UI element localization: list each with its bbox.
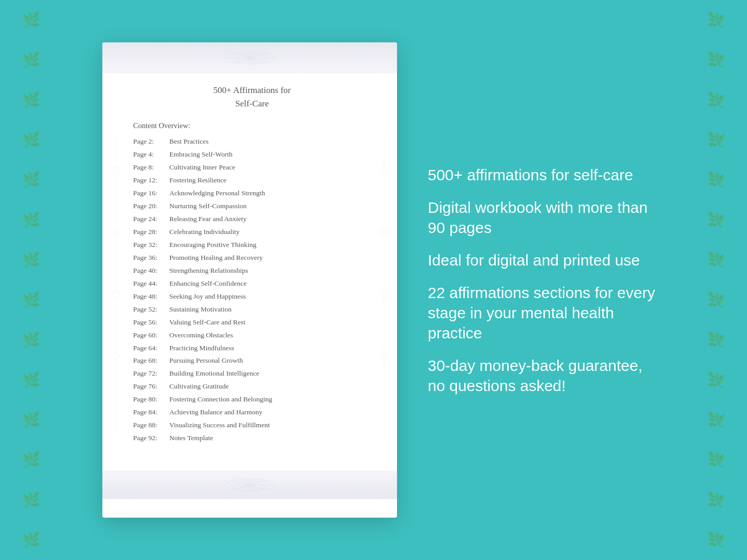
toc-page-number: Page 20:: [133, 200, 170, 213]
toc-item: Page 88:Visualizing Success and Fulfillm…: [133, 419, 371, 432]
toc-page-number: Page 4:: [133, 148, 170, 161]
feature-text-5: 30-day money-back guarantee, no question…: [428, 355, 655, 396]
toc-title: Cultivating Inner Peace: [170, 163, 235, 171]
toc-page-number: Page 84:: [133, 406, 170, 419]
toc-title: Encouraging Positive Thinking: [170, 241, 257, 248]
toc-title: Achieving Balance and Harmony: [170, 408, 263, 416]
toc-item: Page 36:Promoting Healing and Recovery: [133, 252, 371, 265]
toc-page-number: Page 40:: [133, 265, 170, 277]
toc-item: Page 12:Fostering Resilience: [133, 174, 371, 187]
toc-page-number: Page 32:: [133, 239, 170, 252]
toc-item: Page 4:Embracing Self-Worth: [133, 148, 371, 161]
feature-text-1: 500+ affirmations for self-care: [428, 165, 655, 185]
toc-item: Page 48:Seeking Joy and Happiness: [133, 290, 371, 303]
toc-item: Page 52:Sustaining Motivation: [133, 303, 371, 316]
toc-item: Page 20:Nurturing Self-Compassion: [133, 200, 371, 213]
toc-title: Best Practices: [170, 137, 209, 145]
toc-item: Page 32:Encouraging Positive Thinking: [133, 239, 371, 252]
document-inner: 500+ Affirmations for Self-Care Content …: [102, 73, 397, 465]
toc-page-number: Page 76:: [133, 380, 170, 393]
toc-title: Acknowledging Personal Strength: [170, 189, 265, 197]
toc-title: Embracing Self-Worth: [170, 150, 233, 158]
toc-page-number: Page 28:: [133, 226, 170, 239]
table-of-contents: Page 2:Best PracticesPage 4:Embracing Se…: [133, 135, 371, 445]
toc-title: Seeking Joy and Happiness: [170, 292, 246, 300]
toc-page-number: Page 48:: [133, 290, 170, 303]
toc-page-number: Page 88:: [133, 419, 170, 432]
toc-page-number: Page 16:: [133, 187, 170, 200]
document-top-decoration: [102, 42, 397, 73]
toc-item: Page 92:Notes Template: [133, 432, 371, 445]
toc-item: Page 68:Pursuing Personal Growth: [133, 354, 371, 367]
toc-page-number: Page 44:: [133, 277, 170, 290]
toc-title: Enhancing Self-Confidence: [170, 279, 247, 287]
toc-item: Page 16:Acknowledging Personal Strength: [133, 187, 371, 200]
main-content: 500+ Affirmations for Self-Care Content …: [0, 0, 747, 560]
document-title: 500+ Affirmations for Self-Care: [133, 84, 371, 110]
toc-item: Page 64:Practicing Mindfulness: [133, 342, 371, 355]
toc-page-number: Page 80:: [133, 393, 170, 406]
document-title-line2: Self-Care: [235, 99, 269, 108]
toc-title: Visualizing Success and Fulfillment: [170, 421, 270, 429]
toc-title: Releasing Fear and Anxiety: [170, 215, 247, 223]
features-panel: 500+ affirmations for self-careDigital w…: [428, 165, 655, 396]
document-card: 500+ Affirmations for Self-Care Content …: [102, 42, 397, 518]
feature-text-2: Digital workbook with more than 90 pages: [428, 197, 655, 238]
toc-title: Fostering Resilience: [170, 176, 227, 184]
toc-item: Page 8:Cultivating Inner Peace: [133, 161, 371, 174]
feature-text-3: Ideal for digital and printed use: [428, 250, 655, 270]
toc-item: Page 40:Strengthening Relationships: [133, 265, 371, 277]
toc-title: Pursuing Personal Growth: [170, 356, 243, 364]
toc-title: Sustaining Motivation: [170, 305, 232, 313]
toc-item: Page 56:Valuing Self-Care and Rest: [133, 316, 371, 329]
toc-item: Page 76:Cultivating Gratitude: [133, 380, 371, 393]
toc-title: Practicing Mindfulness: [170, 344, 235, 352]
toc-title: Cultivating Gratitude: [170, 382, 229, 390]
document-bottom-decoration: [102, 471, 397, 499]
toc-item: Page 72:Building Emotional Intelligence: [133, 367, 371, 380]
toc-title: Promoting Healing and Recovery: [170, 254, 263, 261]
toc-title: Overcoming Obstacles: [170, 331, 233, 339]
toc-page-number: Page 12:: [133, 174, 170, 187]
feature-text-4: 22 affirmations sections for every stage…: [428, 283, 655, 343]
toc-item: Page 24:Releasing Fear and Anxiety: [133, 213, 371, 226]
toc-page-number: Page 72:: [133, 367, 170, 380]
toc-item: Page 28:Celebrating Individuality: [133, 226, 371, 239]
toc-page-number: Page 56:: [133, 316, 170, 329]
document-title-line1: 500+ Affirmations for: [214, 85, 291, 95]
toc-page-number: Page 68:: [133, 354, 170, 367]
toc-title: Valuing Self-Care and Rest: [170, 318, 246, 326]
toc-page-number: Page 8:: [133, 161, 170, 174]
toc-title: Notes Template: [170, 434, 214, 442]
content-overview-label: Content Overview:: [133, 121, 371, 130]
toc-item: Page 80:Fostering Connection and Belongi…: [133, 393, 371, 406]
toc-title: Building Emotional Intelligence: [170, 369, 260, 377]
toc-page-number: Page 92:: [133, 432, 170, 445]
toc-title: Nurturing Self-Compassion: [170, 202, 247, 210]
toc-page-number: Page 60:: [133, 329, 170, 342]
toc-item: Page 44:Enhancing Self-Confidence: [133, 277, 371, 290]
toc-item: Page 84:Achieving Balance and Harmony: [133, 406, 371, 419]
doc-left-decoration: [108, 79, 123, 489]
toc-page-number: Page 64:: [133, 342, 170, 355]
toc-page-number: Page 2:: [133, 135, 170, 148]
toc-title: Celebrating Individuality: [170, 228, 240, 236]
toc-title: Strengthening Relationships: [170, 267, 249, 274]
toc-item: Page 2:Best Practices: [133, 135, 371, 148]
toc-page-number: Page 52:: [133, 303, 170, 316]
doc-right-decoration: [376, 79, 392, 489]
toc-item: Page 60:Overcoming Obstacles: [133, 329, 371, 342]
toc-title: Fostering Connection and Belonging: [170, 395, 272, 403]
toc-page-number: Page 36:: [133, 252, 170, 265]
toc-page-number: Page 24:: [133, 213, 170, 226]
